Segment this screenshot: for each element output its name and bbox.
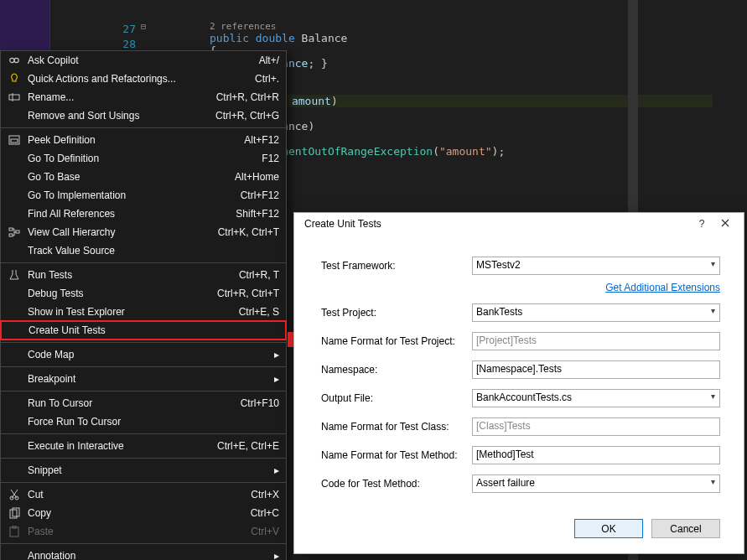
- menu-breakpoint[interactable]: Breakpoint ▸: [1, 370, 286, 388]
- menu-cut[interactable]: Cut Ctrl+X: [1, 485, 286, 504]
- menu-label: Track Value Source: [24, 245, 279, 257]
- separator: [1, 342, 286, 343]
- cancel-button[interactable]: Cancel: [651, 519, 720, 538]
- dialog-titlebar: Create Unit Tests ?: [294, 213, 744, 235]
- menu-ask-copilot[interactable]: Ask Copilot Alt+/: [1, 51, 286, 70]
- menu-shortcut: Ctrl+R, T: [239, 269, 279, 281]
- menu-label: Paste: [24, 526, 251, 537]
- rename-icon: [4, 92, 24, 102]
- menu-label: Run To Cursor: [24, 397, 241, 409]
- link-additional-extensions[interactable]: Get Additional Extensions: [605, 282, 720, 293]
- menu-label: Ask Copilot: [24, 54, 259, 66]
- menu-label: Execute in Interactive: [24, 440, 217, 452]
- close-button[interactable]: [713, 218, 737, 230]
- help-button[interactable]: ?: [690, 218, 713, 230]
- svg-point-0: [10, 58, 14, 62]
- label-output-file: Output File:: [321, 392, 472, 404]
- menu-shortcut: Alt+Home: [235, 171, 279, 183]
- menu-track-value-source[interactable]: Track Value Source: [1, 241, 286, 260]
- select-output-file[interactable]: BankAccountTests.cs: [472, 389, 720, 407]
- menu-goto-base[interactable]: Go To Base Alt+Home: [1, 168, 286, 186]
- menu-snippet[interactable]: Snippet ▸: [1, 461, 286, 480]
- menu-shortcut: Ctrl+F10: [241, 397, 279, 409]
- menu-label: Run Tests: [24, 269, 239, 281]
- label-code-test-method: Code for Test Method:: [321, 478, 472, 490]
- select-test-framework[interactable]: MSTestv2: [472, 257, 720, 275]
- menu-shortcut: Ctrl+R, Ctrl+T: [217, 288, 279, 299]
- codelens[interactable]: 2 references: [210, 21, 276, 32]
- menu-shortcut: Ctrl+R, Ctrl+R: [216, 91, 279, 103]
- menu-quick-actions[interactable]: Quick Actions and Refactorings... Ctrl+.: [1, 70, 286, 88]
- menu-label: Create Unit Tests: [25, 324, 278, 336]
- input-name-fmt-class[interactable]: [Class]Tests: [472, 417, 720, 436]
- menu-run-tests[interactable]: Run Tests Ctrl+R, T: [1, 266, 286, 284]
- menu-label: Snippet: [24, 464, 269, 476]
- menu-shortcut: Ctrl+E, S: [239, 306, 279, 318]
- menu-paste: Paste Ctrl+V: [1, 522, 286, 541]
- input-name-fmt-method[interactable]: [Method]Test: [472, 446, 720, 464]
- menu-code-map[interactable]: Code Map ▸: [1, 345, 286, 364]
- menu-annotation[interactable]: Annotation ▸: [1, 547, 286, 560]
- menu-label: Peek Definition: [24, 134, 244, 146]
- menu-rename[interactable]: Rename... Ctrl+R, Ctrl+R: [1, 88, 286, 106]
- menu-label: Debug Tests: [24, 288, 217, 299]
- separator: [1, 543, 286, 544]
- menu-label: Force Run To Cursor: [24, 416, 279, 428]
- label-test-framework: Test Framework:: [321, 260, 472, 272]
- menu-copy[interactable]: Copy Ctrl+C: [1, 504, 286, 522]
- separator: [1, 482, 286, 483]
- separator: [1, 458, 286, 459]
- menu-label: Find All References: [24, 208, 236, 220]
- menu-label: Show in Test Explorer: [24, 306, 239, 318]
- menu-label: Annotation: [24, 550, 269, 560]
- separator: [1, 262, 286, 263]
- menu-shortcut: Ctrl+.: [255, 73, 279, 85]
- menu-debug-tests[interactable]: Debug Tests Ctrl+R, Ctrl+T: [1, 284, 286, 303]
- menu-goto-implementation[interactable]: Go To Implementation Ctrl+F12: [1, 186, 286, 205]
- menu-label: Cut: [24, 489, 251, 500]
- label-name-fmt-method: Name Format for Test Method:: [321, 449, 472, 461]
- create-unit-tests-dialog: Create Unit Tests ? Test Framework: MSTe…: [293, 212, 744, 554]
- menu-shortcut: Shift+F12: [236, 208, 279, 220]
- menu-show-test-explorer[interactable]: Show in Test Explorer Ctrl+E, S: [1, 303, 286, 321]
- menu-shortcut: Ctrl+C: [251, 507, 279, 519]
- menu-label: Rename...: [24, 91, 216, 103]
- label-name-fmt-project: Name Format for Test Project:: [321, 335, 472, 347]
- menu-create-unit-tests[interactable]: Create Unit Tests: [0, 320, 287, 340]
- menu-find-references[interactable]: Find All References Shift+F12: [1, 205, 286, 223]
- menu-shortcut: Alt+/: [259, 54, 279, 66]
- menu-shortcut: Ctrl+K, Ctrl+T: [218, 226, 279, 238]
- chevron-right-icon: ▸: [274, 373, 279, 385]
- menu-label: Remove and Sort Usings: [24, 110, 215, 122]
- copy-icon: [4, 507, 24, 519]
- ok-button[interactable]: OK: [574, 519, 643, 538]
- menu-shortcut: Alt+F12: [244, 134, 279, 146]
- menu-run-to-cursor[interactable]: Run To Cursor Ctrl+F10: [1, 394, 286, 412]
- chevron-right-icon: ▸: [274, 349, 279, 360]
- select-test-project[interactable]: BankTests: [472, 303, 720, 322]
- hierarchy-icon: [4, 227, 24, 237]
- menu-peek-definition[interactable]: Peek Definition Alt+F12: [1, 131, 286, 149]
- menu-force-run-to-cursor[interactable]: Force Run To Cursor: [1, 412, 286, 431]
- peek-icon: [4, 135, 24, 145]
- svg-rect-13: [10, 527, 18, 537]
- menu-goto-definition[interactable]: Go To Definition F12: [1, 149, 286, 168]
- menu-shortcut: Ctrl+R, Ctrl+G: [215, 110, 279, 122]
- input-name-fmt-project[interactable]: [Project]Tests: [472, 332, 720, 350]
- select-code-test-method[interactable]: Assert failure: [472, 474, 720, 493]
- menu-label: Go To Definition: [24, 153, 262, 164]
- input-namespace[interactable]: [Namespace].Tests: [472, 360, 720, 379]
- menu-view-call-hierarchy[interactable]: View Call Hierarchy Ctrl+K, Ctrl+T: [1, 223, 286, 241]
- svg-rect-8: [16, 231, 19, 233]
- menu-remove-sort-usings[interactable]: Remove and Sort Usings Ctrl+R, Ctrl+G: [1, 106, 286, 125]
- menu-shortcut: Ctrl+F12: [241, 189, 279, 201]
- label-name-fmt-class: Name Format for Test Class:: [321, 421, 472, 433]
- line-number: 27: [50, 22, 151, 37]
- fold-icon[interactable]: ⊟: [141, 22, 146, 31]
- svg-point-1: [14, 58, 18, 62]
- svg-rect-2: [9, 95, 19, 100]
- menu-shortcut: Ctrl+E, Ctrl+E: [217, 440, 279, 452]
- menu-label: Copy: [24, 507, 251, 519]
- svg-rect-6: [9, 228, 13, 231]
- menu-execute-interactive[interactable]: Execute in Interactive Ctrl+E, Ctrl+E: [1, 437, 286, 455]
